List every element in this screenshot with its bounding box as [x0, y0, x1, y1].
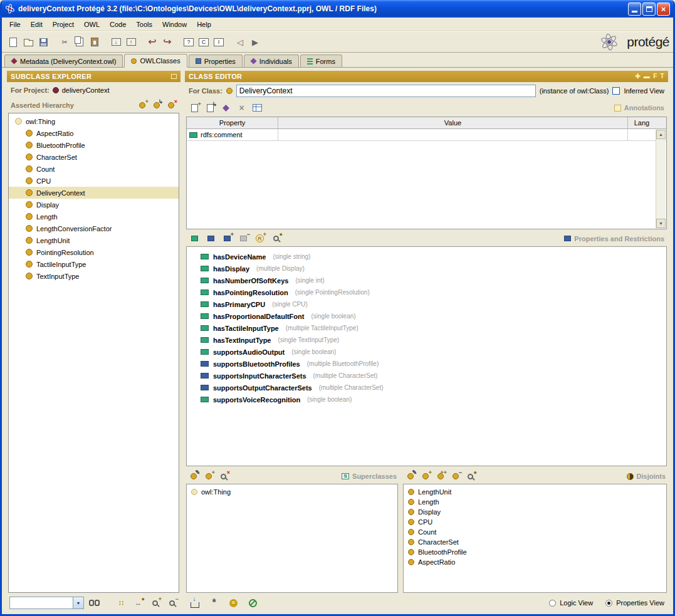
- instance-view-icon[interactable]: I: [211, 34, 226, 50]
- property-row[interactable]: hasTactileInputType (multiple TactileInp…: [187, 322, 666, 334]
- add-property-icon[interactable]: +: [221, 233, 233, 244]
- property-row[interactable]: supportsVoiceRecognition (single boolean…: [187, 394, 666, 405]
- create-datatype-property-icon[interactable]: [189, 233, 201, 244]
- save-project-icon[interactable]: [36, 34, 51, 50]
- menu-item[interactable]: Help: [192, 19, 216, 30]
- navigate-forward-icon[interactable]: ▶: [248, 34, 263, 50]
- delete-annotation-icon[interactable]: ×: [236, 103, 248, 113]
- equivalent-class-icon[interactable]: =: [228, 598, 239, 608]
- tab[interactable]: Individuals: [244, 55, 299, 67]
- open-project-icon[interactable]: [21, 34, 36, 50]
- add-named-superclass-icon[interactable]: ✎: [187, 471, 199, 482]
- disjoint-item[interactable]: Length: [404, 497, 666, 507]
- extract-archive-icon[interactable]: ↑: [123, 34, 139, 50]
- menu-item[interactable]: Project: [48, 19, 79, 30]
- search-superclass-icon[interactable]: −: [166, 598, 178, 608]
- superclass-item[interactable]: owl:Thing: [187, 487, 397, 497]
- class-name-input[interactable]: [236, 85, 536, 97]
- tab[interactable]: Metadata (DeliveryContext.owl): [4, 55, 123, 67]
- disjoint-item[interactable]: AspectRatio: [404, 557, 666, 567]
- panel-plus-icon[interactable]: ✚: [635, 73, 641, 80]
- class-tree-item[interactable]: Display: [9, 199, 179, 211]
- minimize-button[interactable]: [628, 3, 641, 16]
- class-search-combobox[interactable]: ▼: [9, 597, 84, 609]
- class-view-icon[interactable]: C: [196, 34, 211, 50]
- class-tree-item[interactable]: LengthUnit: [9, 234, 179, 246]
- undo-icon[interactable]: ↩: [145, 34, 160, 50]
- new-project-icon[interactable]: [6, 34, 21, 50]
- test-class-icon[interactable]: *: [208, 598, 220, 608]
- class-tree-item[interactable]: Count: [9, 163, 179, 175]
- class-tree-item[interactable]: CharacterSet: [9, 151, 179, 163]
- copy-icon[interactable]: [72, 34, 87, 50]
- disjoint-item[interactable]: Display: [404, 507, 666, 517]
- delete-class-icon[interactable]: ×: [165, 100, 177, 111]
- tab[interactable]: Forms: [300, 55, 342, 67]
- annotation-table-icon[interactable]: [251, 103, 263, 113]
- class-tree-item[interactable]: LengthConversionFactor: [9, 222, 179, 234]
- property-row[interactable]: hasDisplay (multiple Display): [187, 263, 666, 274]
- column-value[interactable]: Value: [278, 117, 628, 128]
- remove-superclass-icon[interactable]: ×: [217, 471, 229, 482]
- create-ontology-annotation-icon[interactable]: [220, 103, 232, 113]
- search-disjoint-icon[interactable]: ●: [464, 471, 476, 482]
- annotations-scrollbar[interactable]: ▲ ▼: [656, 130, 666, 228]
- maximize-button[interactable]: [642, 3, 656, 16]
- combo-arrow-icon[interactable]: ▼: [73, 597, 83, 608]
- property-row[interactable]: supportsAudioOutput (single boolean): [187, 346, 666, 358]
- class-tree-item[interactable]: DeliveryContext: [9, 187, 179, 199]
- create-restriction-icon[interactable]: R+: [254, 233, 266, 244]
- panel-t-icon[interactable]: T: [661, 73, 664, 80]
- find-class-icon[interactable]: [89, 600, 100, 606]
- disjoint-item[interactable]: Count: [404, 527, 666, 537]
- column-property[interactable]: Property: [187, 117, 278, 128]
- properties-view-radio[interactable]: [605, 600, 612, 607]
- property-row[interactable]: supportsOutputCharacterSets (multiple Ch…: [187, 382, 666, 394]
- remove-disjoint-icon[interactable]: −: [449, 471, 461, 482]
- property-row[interactable]: supportsBluetoothProfiles (multiple Blue…: [187, 358, 666, 370]
- property-row[interactable]: hasProportionalDefaultFont (single boole…: [187, 310, 666, 322]
- column-lang[interactable]: Lang: [628, 117, 656, 128]
- logic-view-radio[interactable]: [549, 600, 556, 607]
- disjoint-item[interactable]: BluetoothProfile: [404, 547, 666, 557]
- annotation-row[interactable]: rdfs:comment: [187, 129, 666, 141]
- disjoint-item[interactable]: CPU: [404, 517, 666, 527]
- tab[interactable]: OWLClasses: [124, 54, 187, 68]
- class-tree-item[interactable]: TextInputType: [9, 270, 179, 282]
- navigate-back-icon[interactable]: ◁: [233, 34, 248, 50]
- import-class-icon[interactable]: [189, 598, 201, 608]
- goto-class-icon[interactable]: ↔●: [132, 598, 144, 608]
- complement-class-icon[interactable]: [247, 598, 259, 608]
- menu-item[interactable]: Edit: [26, 19, 48, 30]
- annotation-lang-cell[interactable]: [628, 129, 656, 140]
- property-row[interactable]: hasDeviceName (single string): [187, 251, 666, 263]
- tab[interactable]: Properties: [189, 55, 243, 67]
- cut-icon[interactable]: ✂: [57, 34, 72, 50]
- inferred-view-checkbox[interactable]: [612, 87, 620, 95]
- add-annotation-icon[interactable]: ↳: [204, 103, 216, 113]
- class-tree-item[interactable]: TactileInputType: [9, 258, 179, 270]
- disjoint-item[interactable]: CharacterSet: [404, 537, 666, 547]
- scroll-down-icon[interactable]: ▼: [656, 219, 666, 228]
- class-tree-item[interactable]: AspectRatio: [9, 127, 179, 139]
- paste-icon[interactable]: [87, 34, 102, 50]
- close-button[interactable]: ×: [657, 3, 670, 16]
- menu-item[interactable]: Tools: [131, 19, 157, 30]
- create-class-icon[interactable]: +: [136, 100, 148, 111]
- class-tree-item[interactable]: PointingResolution: [9, 246, 179, 258]
- menu-item[interactable]: OWL: [79, 19, 105, 30]
- create-object-property-icon[interactable]: [205, 233, 217, 244]
- panel-minus-icon[interactable]: ▬: [644, 73, 650, 80]
- search-restriction-icon[interactable]: ●: [270, 233, 282, 244]
- menu-item[interactable]: File: [4, 19, 26, 30]
- create-disjoint-icon[interactable]: +: [419, 471, 431, 482]
- create-superclass-icon[interactable]: +: [202, 471, 214, 482]
- remove-property-icon[interactable]: −: [238, 233, 249, 244]
- property-row[interactable]: hasTextInputType (single TextInputType): [187, 334, 666, 346]
- menu-item[interactable]: Code: [105, 19, 131, 30]
- add-all-siblings-icon[interactable]: ++: [434, 471, 446, 482]
- property-row[interactable]: hasPrimaryCPU (single CPU): [187, 298, 666, 310]
- query-tab-icon[interactable]: ?: [181, 34, 196, 50]
- search-subclass-icon[interactable]: +: [149, 598, 161, 608]
- scroll-up-icon[interactable]: ▲: [656, 130, 666, 139]
